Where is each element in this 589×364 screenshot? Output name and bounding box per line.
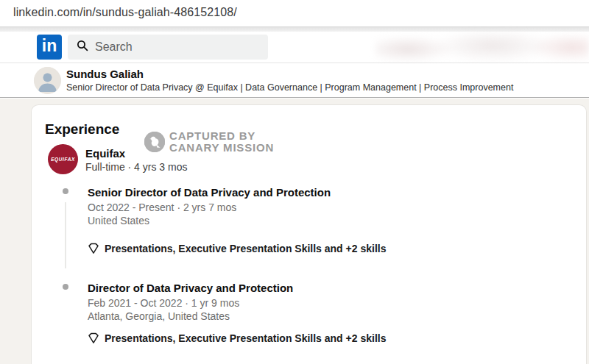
linkedin-logo[interactable]: in	[37, 35, 62, 60]
skills-row[interactable]: Presentations, Executive Presentation Sk…	[88, 243, 386, 254]
company-name[interactable]: Equifax	[85, 147, 125, 160]
page-background: Experience CAPTURED BY CANARY MISSION	[0, 99, 589, 364]
browser-window: linkedin.com/in/sundus-galiah-486152108/…	[0, 0, 589, 364]
search-input[interactable]	[95, 40, 250, 54]
address-url[interactable]: linkedin.com/in/sundus-galiah-486152108/	[13, 6, 237, 19]
timeline-line	[65, 202, 66, 268]
skills-diamond-icon	[88, 243, 99, 254]
position-title[interactable]: Senior Director of Data Privacy and Prot…	[88, 186, 331, 199]
browser-toolbar-divider	[0, 26, 589, 32]
position-title[interactable]: Director of Data Privacy and Protection	[88, 282, 293, 294]
search-box[interactable]	[68, 35, 268, 60]
skills-text: Presentations, Executive Presentation Sk…	[105, 332, 386, 344]
equifax-logo[interactable]: EQUIFAX	[48, 144, 78, 174]
timeline-dot	[63, 188, 68, 194]
employment-meta: Full-time · 4 yrs 3 mos	[85, 161, 187, 173]
experience-card: Experience CAPTURED BY CANARY MISSION	[31, 104, 587, 364]
browser-url-bar[interactable]: linkedin.com/in/sundus-galiah-486152108/	[0, 0, 589, 26]
position-location: United States	[88, 215, 149, 226]
linkedin-header: in	[0, 32, 589, 63]
position-dates: Oct 2022 - Present · 2 yrs 7 mos	[88, 201, 236, 213]
profile-headline: Senior Director of Data Privacy @ Equifa…	[66, 82, 513, 93]
skills-text: Presentations, Executive Presentation Sk…	[105, 243, 386, 254]
canary-mission-watermark: CAPTURED BY CANARY MISSION	[144, 130, 274, 154]
avatar[interactable]	[34, 67, 61, 94]
profile-strip: Sundus Galiah Senior Director of Data Pr…	[0, 64, 589, 98]
timeline-dot	[63, 284, 68, 290]
blurred-nav-area	[375, 32, 589, 63]
experience-section-title: Experience	[45, 121, 119, 138]
profile-name[interactable]: Sundus Galiah	[66, 68, 144, 80]
position-dates: Feb 2021 - Oct 2022 · 1 yr 9 mos	[88, 297, 239, 309]
watermark-text: CAPTURED BY CANARY MISSION	[169, 130, 274, 154]
canary-bird-icon	[144, 132, 165, 152]
position-location: Atlanta, Georgia, United States	[88, 310, 230, 322]
skills-row[interactable]: Presentations, Executive Presentation Sk…	[88, 332, 386, 344]
skills-diamond-icon	[88, 332, 99, 344]
search-icon	[77, 40, 88, 54]
